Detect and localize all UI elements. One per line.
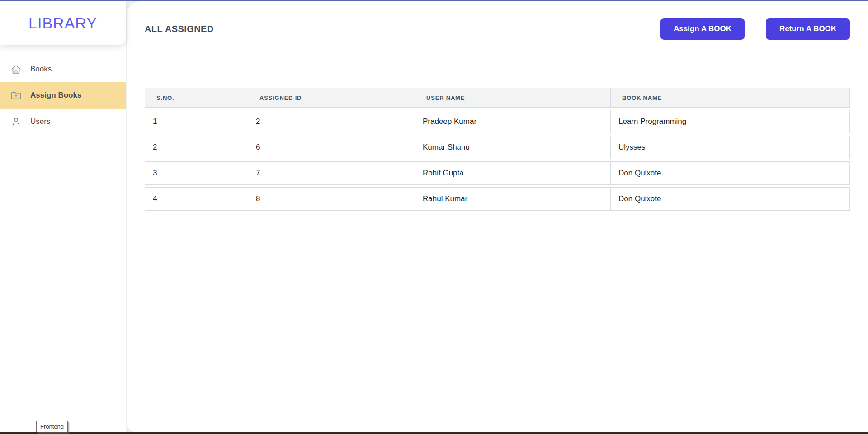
page-title: ALL ASSIGNED [145, 24, 214, 34]
app-logo: LIBRARY [28, 14, 97, 32]
home-icon [10, 64, 22, 75]
window-top-border [0, 0, 868, 1]
assign-a-book-button[interactable]: Assign A BOOK [660, 18, 745, 40]
column-header: S.NO. [145, 88, 248, 108]
folder-plus-icon [10, 90, 22, 101]
sidebar: BooksAssign BooksUsers [0, 1, 126, 432]
table-cell: 3 [145, 161, 248, 185]
window-bottom-border [0, 432, 868, 434]
table-cell: 2 [145, 136, 248, 159]
sidebar-item-assign-books[interactable]: Assign Books [0, 82, 126, 108]
return-a-book-button[interactable]: Return A BOOK [766, 18, 850, 40]
logo-card: LIBRARY [0, 1, 126, 45]
table-row: 26Kumar ShanuUlysses [145, 136, 850, 159]
table-cell: Rohit Gupta [415, 161, 611, 185]
sidebar-item-label: Assign Books [30, 91, 81, 100]
table-cell: Ulysses [611, 136, 850, 159]
column-header: USER NAME [415, 88, 611, 108]
table-cell: Rahul Kumar [415, 187, 611, 211]
table-cell: 1 [145, 110, 248, 133]
table-row: 48Rahul KumarDon Quixote [145, 187, 850, 211]
table-cell: 7 [248, 161, 415, 185]
column-header: BOOK NAME [611, 88, 850, 108]
table-cell: Don Quixote [611, 161, 850, 185]
sidebar-item-label: Users [30, 117, 50, 126]
table-header-row: S.NO.ASSIGNED IDUSER NAMEBOOK NAME [145, 88, 850, 108]
assigned-table: S.NO.ASSIGNED IDUSER NAMEBOOK NAME 12Pra… [145, 85, 850, 213]
app-window: ALL ASSIGNED Assign A BOOK Return A BOOK… [0, 0, 868, 434]
table-cell: 6 [248, 136, 415, 159]
column-header: ASSIGNED ID [248, 88, 415, 108]
user-icon [10, 116, 22, 127]
table-cell: 2 [248, 110, 415, 133]
table-row: 12Pradeep KumarLearn Programming [145, 110, 850, 133]
table-cell: Pradeep Kumar [415, 110, 611, 133]
table-cell: 4 [145, 187, 248, 211]
sidebar-item-books[interactable]: Books [0, 56, 126, 82]
status-badge: Frontend [36, 421, 68, 432]
table-cell: Kumar Shanu [415, 136, 611, 159]
content-header: ALL ASSIGNED Assign A BOOK Return A BOOK [145, 18, 850, 40]
header-buttons: Assign A BOOK Return A BOOK [660, 18, 850, 40]
sidebar-menu: BooksAssign BooksUsers [0, 56, 126, 135]
table-cell: Don Quixote [611, 187, 850, 211]
table-cell: Learn Programming [611, 110, 850, 133]
table-row: 37Rohit GuptaDon Quixote [145, 161, 850, 185]
sidebar-item-label: Books [30, 65, 52, 74]
sidebar-item-users[interactable]: Users [0, 108, 126, 135]
main-content: ALL ASSIGNED Assign A BOOK Return A BOOK… [127, 1, 868, 432]
assigned-table-wrapper: S.NO.ASSIGNED IDUSER NAMEBOOK NAME 12Pra… [145, 85, 850, 213]
table-cell: 8 [248, 187, 415, 211]
